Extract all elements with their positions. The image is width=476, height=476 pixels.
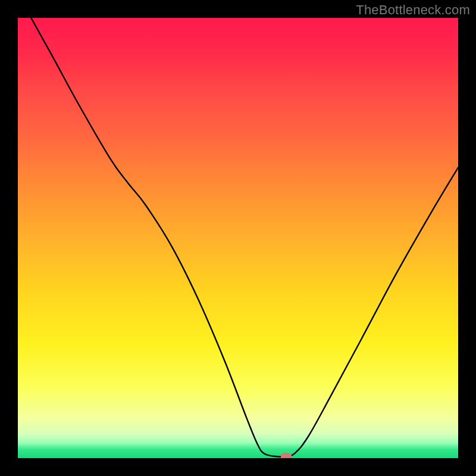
curve-path	[31, 18, 458, 457]
watermark-text: TheBottleneck.com	[356, 2, 470, 18]
optimal-point-marker	[281, 453, 292, 458]
plot-area	[18, 18, 458, 458]
bottleneck-curve	[18, 18, 458, 458]
chart-frame: TheBottleneck.com	[0, 0, 476, 476]
